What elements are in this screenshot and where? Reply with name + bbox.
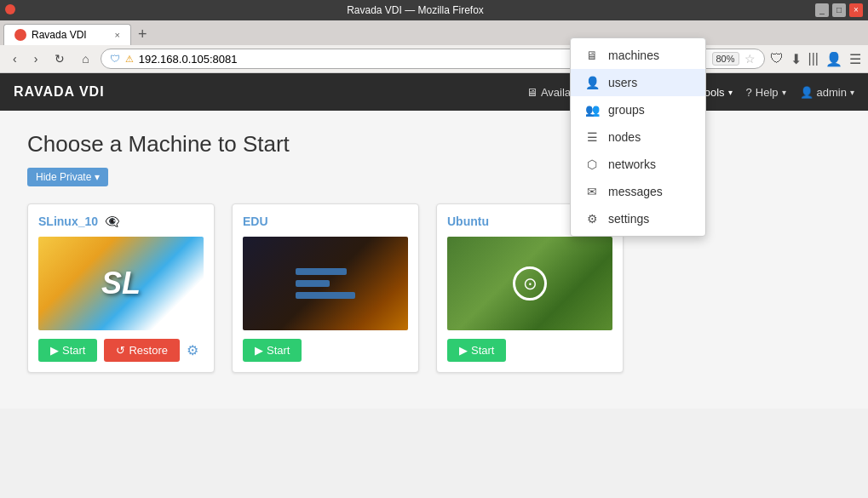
edu-line-2: [296, 280, 330, 287]
vm-card-slinux: SLinux_10 👁‍🗨 SL ▶ Start ↺ Restore ⚙: [27, 203, 215, 373]
vm-screenshot-edu: [243, 237, 408, 330]
tab-favicon: [14, 29, 26, 41]
admin-caret-icon: ▾: [850, 88, 854, 97]
close-button[interactable]: ×: [849, 3, 863, 17]
restore-button-slinux[interactable]: ↺ Restore: [104, 339, 180, 362]
title-bar: Ravada VDI — Mozilla Firefox _ □ ×: [0, 0, 868, 20]
vm-screenshot-slinux: SL: [38, 237, 204, 330]
page-title: Choose a Machine to Start: [27, 131, 841, 157]
zoom-badge[interactable]: 80%: [712, 52, 739, 66]
download-icon[interactable]: ⬇: [790, 51, 802, 67]
main-content: Choose a Machine to Start Hide Private ▾…: [0, 111, 868, 409]
edu-desktop-preview: [279, 251, 372, 316]
vm-title-ubuntu[interactable]: Ubuntu: [447, 215, 489, 228]
reload-button[interactable]: ↻: [49, 49, 71, 69]
start-button-edu[interactable]: ▶ Start: [243, 339, 302, 362]
start-icon-slinux: ▶: [50, 344, 59, 357]
vm-actions-ubuntu: ▶ Start: [447, 339, 612, 362]
menu-item-settings[interactable]: ⚙ settings: [571, 205, 705, 232]
start-icon-ubuntu: ▶: [459, 344, 468, 357]
help-label: Help: [756, 86, 779, 99]
tab-label: Ravada VDI: [32, 29, 87, 41]
bookmark-icon[interactable]: ☆: [744, 52, 756, 66]
start-label-edu: Start: [267, 344, 290, 357]
monitor-nav-icon: 🖥: [526, 86, 537, 99]
start-button-slinux[interactable]: ▶ Start: [38, 339, 97, 362]
nav-tools: 🛡 ⬇ ||| 👤 ☰: [770, 51, 861, 67]
vm-grid: SLinux_10 👁‍🗨 SL ▶ Start ↺ Restore ⚙: [27, 203, 841, 373]
groups-label: groups: [608, 103, 645, 117]
admin-dropdown[interactable]: 👤 admin ▾: [800, 86, 854, 99]
help-dropdown[interactable]: ? Help ▾: [746, 86, 786, 99]
new-tab-button[interactable]: +: [133, 24, 152, 45]
networks-icon: ⬡: [584, 157, 600, 171]
admin-tools-menu: 🖥 machines 👤 users 👥 groups ☰ nodes ⬡ ne…: [570, 37, 706, 237]
start-label-slinux: Start: [62, 344, 85, 357]
machines-icon: 🖥: [584, 49, 600, 62]
edu-line-1: [296, 268, 347, 275]
settings-button-slinux[interactable]: ⚙: [187, 342, 198, 358]
help-caret-icon: ▾: [782, 88, 786, 97]
tab-bar: Ravada VDI × +: [0, 20, 868, 45]
admin-label: admin: [817, 86, 847, 99]
title-bar-left: [0, 4, 15, 17]
profile-icon[interactable]: 👤: [825, 51, 842, 67]
menu-item-machines[interactable]: 🖥 machines: [571, 42, 705, 69]
edu-line-3: [296, 292, 355, 299]
minimize-button[interactable]: _: [815, 3, 829, 17]
vm-thumb-edu: [243, 237, 408, 330]
vm-title-slinux[interactable]: SLinux_10: [38, 215, 98, 228]
question-icon: ?: [746, 86, 752, 99]
forward-button[interactable]: ›: [28, 49, 44, 69]
menu-item-messages[interactable]: ✉ messages: [571, 178, 705, 205]
vm-card-header-edu: EDU: [243, 215, 408, 228]
firefox-close-dot[interactable]: [5, 4, 15, 14]
hide-private-button[interactable]: Hide Private ▾: [27, 168, 108, 186]
vm-actions-slinux: ▶ Start ↺ Restore ⚙: [38, 339, 204, 362]
vm-card-edu: EDU ▶ Start: [232, 203, 419, 373]
users-icon: 👤: [584, 76, 600, 89]
nodes-label: nodes: [608, 130, 641, 144]
users-label: users: [608, 76, 637, 89]
messages-icon: ✉: [584, 185, 600, 198]
active-tab[interactable]: Ravada VDI ×: [3, 24, 131, 45]
start-label-ubuntu: Start: [471, 344, 494, 357]
menu-item-groups[interactable]: 👥 groups: [571, 96, 705, 123]
menu-item-networks[interactable]: ⬡ networks: [571, 151, 705, 178]
groups-icon: 👥: [584, 103, 600, 117]
start-button-ubuntu[interactable]: ▶ Start: [447, 339, 506, 362]
app-bar: RAVADA VDI 🖥 Available Machines 🔧 Admin …: [0, 73, 868, 111]
restore-icon-slinux: ↺: [116, 344, 125, 357]
settings-icon: ⚙: [584, 212, 600, 226]
nav-bar: ‹ › ↻ ⌂ 🛡 ⚠ 80% ☆ 🛡 ⬇ ||| 👤 ☰: [0, 45, 868, 73]
menu-item-nodes[interactable]: ☰ nodes: [571, 123, 705, 151]
vm-thumb-slinux: SL: [38, 237, 204, 330]
library-icon[interactable]: |||: [808, 51, 819, 66]
restore-label-slinux: Restore: [129, 344, 168, 357]
home-button[interactable]: ⌂: [76, 49, 95, 69]
caret-down-icon: ▾: [728, 88, 733, 97]
nodes-icon: ☰: [584, 130, 600, 144]
app-title: RAVADA VDI: [14, 84, 105, 100]
maximize-button[interactable]: □: [832, 3, 846, 17]
vm-screenshot-ubuntu: ⊙: [447, 237, 612, 330]
messages-label: messages: [608, 185, 663, 198]
shield-icon: 🛡: [110, 53, 120, 65]
menu-icon[interactable]: ☰: [849, 51, 861, 67]
sl-logo: SL: [101, 266, 141, 301]
settings-label: settings: [608, 212, 649, 226]
menu-item-users[interactable]: 👤 users: [571, 69, 705, 96]
start-icon-edu: ▶: [255, 344, 263, 357]
window-controls: _ □ ×: [815, 3, 868, 17]
eye-off-icon-slinux: 👁‍🗨: [105, 215, 119, 228]
browser-title: Ravada VDI — Mozilla Firefox: [15, 4, 815, 16]
ubuntu-logo: ⊙: [513, 266, 547, 301]
shield-tool-icon[interactable]: 🛡: [770, 51, 784, 66]
vm-thumb-ubuntu: ⊙: [447, 237, 612, 330]
url-warn-icon: ⚠: [125, 54, 134, 65]
tab-close-button[interactable]: ×: [115, 30, 120, 40]
machines-label: machines: [608, 49, 659, 62]
vm-card-header-slinux: SLinux_10 👁‍🗨: [38, 215, 204, 228]
back-button[interactable]: ‹: [7, 49, 23, 69]
vm-title-edu[interactable]: EDU: [243, 215, 268, 228]
